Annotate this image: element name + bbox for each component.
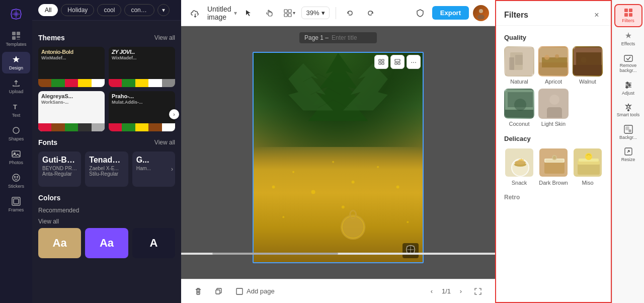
- layout-tool-button[interactable]: ▾: [281, 5, 297, 21]
- theme-card-1[interactable]: Antonio-Bold WixMadef...: [38, 47, 105, 87]
- more-options-button[interactable]: ···: [407, 55, 421, 69]
- sidebar-item-text[interactable]: T Text: [2, 99, 30, 121]
- hand-tool-button[interactable]: [261, 5, 277, 21]
- svg-rect-64: [576, 52, 601, 65]
- user-avatar[interactable]: [473, 5, 489, 21]
- svg-rect-57: [509, 57, 514, 70]
- cloud-save-button[interactable]: [187, 5, 203, 21]
- bottom-left-actions: Add page: [191, 284, 279, 298]
- filter-natural[interactable]: Natural: [504, 46, 534, 85]
- resize-handle-button[interactable]: [374, 55, 388, 69]
- color-sample-2: Aa: [100, 237, 114, 250]
- sidebar-item-photos[interactable]: Photos: [2, 146, 30, 168]
- left-nav-rail: Templates Design Upload T Text S: [0, 0, 32, 303]
- templates-icon: [12, 31, 21, 40]
- right-tool-adjust[interactable]: Adjust: [614, 78, 642, 99]
- filter-walnut[interactable]: Walnut: [573, 46, 603, 85]
- themes-view-all[interactable]: View all: [154, 34, 175, 41]
- color-card-1[interactable]: Aa: [38, 228, 81, 258]
- document-title[interactable]: Untitled image ▾: [207, 5, 237, 21]
- themes-section-header: Themes View all: [38, 34, 175, 42]
- next-page-button[interactable]: ›: [455, 285, 467, 297]
- page-title-input[interactable]: [332, 34, 372, 41]
- right-tool-background[interactable]: Backgr...: [614, 122, 642, 143]
- horizontal-scrollbar[interactable]: [181, 253, 495, 255]
- right-tool-resize[interactable]: Resize: [614, 144, 642, 165]
- sidebar-item-shapes[interactable]: Shapes: [2, 123, 30, 144]
- color-card-2[interactable]: Aa: [85, 228, 128, 258]
- filter-coconut[interactable]: Coconut: [504, 89, 534, 127]
- font-card-3[interactable]: G... Ham... ›: [132, 152, 175, 187]
- svg-rect-19: [288, 14, 291, 17]
- filter-darkbrown[interactable]: Dark Brown: [538, 147, 569, 186]
- scroll-thumb: [212, 253, 338, 255]
- color-card-3[interactable]: A: [132, 228, 175, 258]
- theme-card-2[interactable]: ZY JOVI... WixMadef...: [109, 47, 175, 87]
- filters-close-button[interactable]: ×: [591, 9, 603, 21]
- svg-point-60: [544, 55, 549, 60]
- svg-point-61: [555, 54, 559, 58]
- fonts-view-all[interactable]: View all: [154, 139, 175, 146]
- svg-point-30: [311, 190, 315, 194]
- svg-point-32: [352, 181, 355, 184]
- right-tool-filters[interactable]: Filters: [614, 4, 642, 27]
- sidebar-item-design[interactable]: Design: [2, 52, 30, 73]
- sidebar-item-templates[interactable]: Templates: [2, 28, 30, 50]
- background-tool-label: Backgr...: [619, 135, 637, 140]
- filter-lightskin[interactable]: Light Skin: [538, 89, 569, 127]
- font-card-1[interactable]: Guti-Bo... BEYOND PRO... Anta-Regular: [38, 152, 81, 187]
- toolbar-divider-1: [336, 7, 336, 19]
- sidebar-item-stickers[interactable]: Stickers: [2, 170, 30, 192]
- fullscreen-button[interactable]: [471, 284, 485, 298]
- font-card-2[interactable]: Tenada-... Zaebel X-E... Stilu-Regular: [85, 152, 128, 187]
- redo-button[interactable]: [362, 5, 378, 21]
- theme-card-4[interactable]: Praho-... Mulat.Addis-...: [109, 91, 175, 131]
- canvas-area: Untitled image ▾: [181, 0, 495, 303]
- design-panel-content: Themes View all Antonio-Bold WixMadef...: [32, 21, 181, 303]
- layout-grid-button[interactable]: [390, 55, 405, 69]
- export-button[interactable]: Export: [432, 6, 469, 20]
- canvas-frame[interactable]: ···: [253, 52, 424, 263]
- right-tool-removebg[interactable]: Remove backgr...: [614, 50, 642, 77]
- colors-view-all[interactable]: View all: [38, 218, 59, 225]
- tag-more-button[interactable]: ▾: [157, 4, 170, 16]
- svg-rect-74: [547, 107, 562, 119]
- filter-darkbrown-label: Dark Brown: [539, 180, 568, 186]
- brand-kit-button[interactable]: [412, 5, 428, 21]
- theme-card-3[interactable]: AlegreyaS... WorkSans-...: [38, 91, 105, 131]
- duplicate-page-button[interactable]: [211, 284, 225, 298]
- retro-section-title: Retro: [504, 194, 603, 201]
- filter-snack[interactable]: Snack: [504, 147, 534, 186]
- cursor-tool-button[interactable]: [241, 5, 257, 21]
- effects-tool-icon: [624, 31, 633, 40]
- add-page-button[interactable]: Add page: [231, 285, 279, 297]
- svg-rect-94: [629, 13, 632, 17]
- stickers-label: Stickers: [8, 184, 24, 189]
- right-tool-effects[interactable]: Effects: [614, 28, 642, 49]
- undo-button[interactable]: [342, 5, 358, 21]
- tag-cool[interactable]: cool: [97, 4, 121, 16]
- app-logo[interactable]: [6, 4, 26, 24]
- right-tool-smarttools[interactable]: Smart tools: [614, 100, 642, 121]
- filter-natural-label: Natural: [510, 79, 528, 85]
- sidebar-item-upload[interactable]: Upload: [2, 75, 30, 97]
- tag-all[interactable]: All: [38, 4, 58, 16]
- delete-page-button[interactable]: [191, 284, 205, 298]
- svg-point-21: [477, 15, 485, 19]
- svg-point-69: [514, 99, 526, 111]
- themes-next-button[interactable]: ›: [169, 109, 179, 119]
- filters-header: Filters ×: [496, 1, 611, 26]
- svg-rect-46: [395, 62, 397, 64]
- zoom-control[interactable]: 39% ▾: [301, 7, 329, 19]
- filter-miso[interactable]: Miso: [573, 147, 603, 186]
- filter-apricot[interactable]: Apricot: [538, 46, 569, 85]
- tag-holiday[interactable]: Holiday: [61, 4, 94, 16]
- font-sub2-2: Stilu-Regular: [89, 171, 124, 177]
- filters-tool-label: Filters: [622, 18, 634, 23]
- filter-walnut-label: Walnut: [579, 79, 596, 85]
- tag-concise[interactable]: concise: [124, 4, 154, 16]
- filters-title: Filters: [504, 11, 528, 20]
- background-tool-icon: [624, 125, 633, 134]
- sidebar-item-frames[interactable]: Frames: [2, 194, 30, 215]
- prev-page-button[interactable]: ‹: [426, 285, 438, 297]
